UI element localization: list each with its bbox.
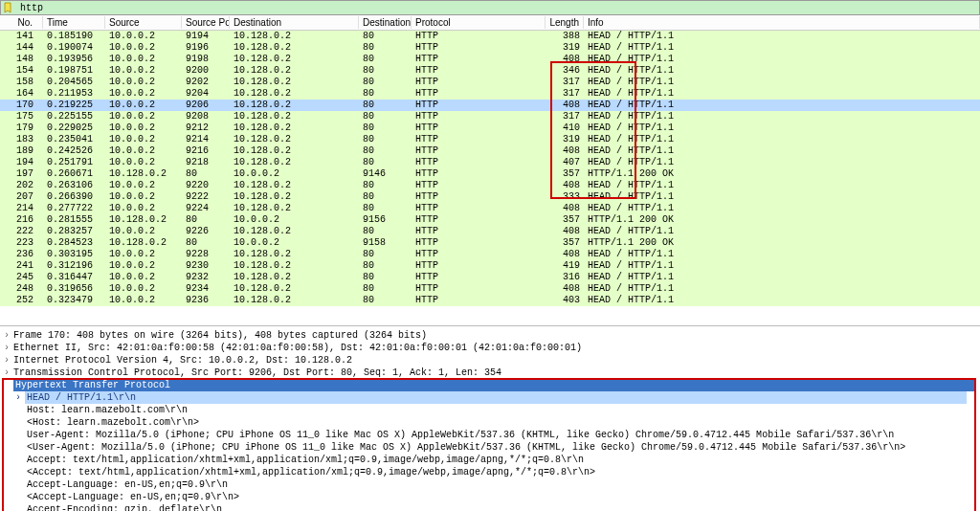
packet-row[interactable]: 1750.22515510.0.0.2920810.128.0.280HTTP3… — [0, 111, 980, 122]
tree-request-line[interactable]: ›HEAD / HTTP/1.1\r\n — [4, 391, 976, 404]
tree-ip[interactable]: ›Internet Protocol Version 4, Src: 10.0.… — [4, 354, 976, 367]
tree-ua[interactable]: User-Agent: Mozilla/5.0 (iPhone; CPU iPh… — [4, 429, 976, 441]
cell-time: 0.281555 — [43, 214, 105, 226]
cell-dst: 10.128.0.2 — [230, 249, 359, 260]
tree-host[interactable]: Host: learn.mazebolt.com\r\n — [4, 404, 976, 416]
packet-row[interactable]: 2020.26310610.0.0.2922010.128.0.280HTTP4… — [0, 180, 980, 191]
cell-dport: 80 — [359, 54, 412, 65]
cell-src: 10.0.0.2 — [105, 31, 182, 42]
cell-time: 0.283257 — [43, 226, 105, 237]
cell-len: 408 — [546, 249, 584, 260]
cell-info: HEAD / HTTP/1.1 — [584, 145, 980, 157]
packet-row[interactable]: 1970.26067110.128.0.28010.0.0.29146HTTP3… — [0, 168, 980, 180]
cell-src: 10.0.0.2 — [105, 226, 182, 237]
cell-dport: 9156 — [359, 214, 412, 226]
packet-row[interactable]: 1410.18519010.0.0.2919410.128.0.280HTTP3… — [0, 31, 980, 42]
cell-dst: 10.128.0.2 — [230, 111, 359, 122]
packet-row[interactable]: 2480.31965610.0.0.2923410.128.0.280HTTP4… — [0, 283, 980, 295]
cell-dport: 80 — [359, 77, 412, 88]
cell-proto: HTTP — [412, 180, 546, 191]
packet-row[interactable]: 1480.19395610.0.0.2919810.128.0.280HTTP4… — [0, 54, 980, 65]
cell-len: 357 — [546, 168, 584, 180]
packet-row[interactable]: 1440.19007410.0.0.2919610.128.0.280HTTP3… — [0, 42, 980, 54]
cell-src: 10.0.0.2 — [105, 260, 182, 272]
packet-row[interactable]: 2520.32347910.0.0.2923610.128.0.280HTTP4… — [0, 295, 980, 306]
packet-row[interactable]: 2450.31644710.0.0.2923210.128.0.280HTTP3… — [0, 272, 980, 283]
col-no[interactable]: No. — [0, 16, 43, 29]
cell-len: 407 — [546, 157, 584, 168]
display-filter-input[interactable] — [18, 2, 977, 14]
cell-proto: HTTP — [412, 100, 546, 111]
packet-row[interactable]: 1940.25179110.0.0.2921810.128.0.280HTTP4… — [0, 157, 980, 168]
cell-time: 0.235041 — [43, 134, 105, 145]
col-sport[interactable]: Source Port — [182, 16, 230, 29]
packet-row[interactable]: 2410.31219610.0.0.2923010.128.0.280HTTP4… — [0, 260, 980, 272]
cell-proto: HTTP — [412, 31, 546, 42]
cell-no: 189 — [0, 145, 43, 157]
col-source[interactable]: Source — [105, 16, 182, 29]
cell-dst: 10.128.0.2 — [230, 203, 359, 214]
col-dport[interactable]: Destination Port — [359, 16, 412, 29]
col-time[interactable]: Time — [43, 16, 105, 29]
cell-dport: 80 — [359, 180, 412, 191]
tree-accept[interactable]: Accept: text/html,application/xhtml+xml,… — [4, 454, 976, 466]
cell-sport: 9214 — [182, 134, 230, 145]
cell-src: 10.0.0.2 — [105, 145, 182, 157]
display-filter-bar[interactable] — [0, 0, 980, 15]
cell-no: 170 — [0, 100, 43, 111]
cell-no: 216 — [0, 214, 43, 226]
col-len[interactable]: Length — [546, 16, 584, 29]
col-dest[interactable]: Destination — [230, 16, 359, 29]
packet-row[interactable]: 1890.24252610.0.0.2921610.128.0.280HTTP4… — [0, 145, 980, 157]
cell-sport: 9236 — [182, 295, 230, 306]
cell-dport: 9158 — [359, 237, 412, 249]
packet-list-header[interactable]: No. Time Source Source Port Destination … — [0, 15, 980, 31]
cell-dst: 10.128.0.2 — [230, 295, 359, 306]
cell-info: HTTP/1.1 200 OK — [584, 214, 980, 226]
cell-proto: HTTP — [412, 237, 546, 249]
tree-accept-enc[interactable]: Accept-Encoding: gzip, deflate\r\n — [4, 503, 976, 511]
packet-row[interactable]: 1790.22902510.0.0.2921210.128.0.280HTTP4… — [0, 122, 980, 134]
tree-http[interactable]: ⌄Hypertext Transfer Protocol — [4, 379, 976, 391]
col-info[interactable]: Info — [584, 16, 980, 29]
cell-src: 10.0.0.2 — [105, 54, 182, 65]
packet-row[interactable]: 1540.19875110.0.0.2920010.128.0.280HTTP3… — [0, 65, 980, 77]
packet-row[interactable]: 1640.21195310.0.0.2920410.128.0.280HTTP3… — [0, 88, 980, 100]
cell-info: HEAD / HTTP/1.1 — [584, 226, 980, 237]
packet-row[interactable]: 2360.30319510.0.0.2922810.128.0.280HTTP4… — [0, 249, 980, 260]
cell-dport: 80 — [359, 31, 412, 42]
cell-proto: HTTP — [412, 65, 546, 77]
packet-row[interactable]: 2160.28155510.128.0.28010.0.0.29156HTTP3… — [0, 214, 980, 226]
packet-row[interactable]: 1700.21922510.0.0.2920610.128.0.280HTTP4… — [0, 100, 980, 111]
cell-dport: 80 — [359, 145, 412, 157]
tree-accept-lang[interactable]: Accept-Language: en-US,en;q=0.9\r\n — [4, 478, 976, 491]
packet-row[interactable]: 2230.28452310.128.0.28010.0.0.29158HTTP3… — [0, 237, 980, 249]
packet-row[interactable]: 1830.23504110.0.0.2921410.128.0.280HTTP3… — [0, 134, 980, 145]
packet-details-pane[interactable]: ›Frame 170: 408 bytes on wire (3264 bits… — [0, 327, 980, 511]
packet-row[interactable]: 2140.27772210.0.0.2922410.128.0.280HTTP4… — [0, 203, 980, 214]
cell-info: HEAD / HTTP/1.1 — [584, 249, 980, 260]
packet-list[interactable]: 1410.18519010.0.0.2919410.128.0.280HTTP3… — [0, 31, 980, 325]
cell-proto: HTTP — [412, 295, 546, 306]
cell-len: 357 — [546, 237, 584, 249]
cell-info: HEAD / HTTP/1.1 — [584, 203, 980, 214]
cell-proto: HTTP — [412, 88, 546, 100]
cell-src: 10.0.0.2 — [105, 88, 182, 100]
cell-dst: 10.128.0.2 — [230, 65, 359, 77]
cell-len: 408 — [546, 100, 584, 111]
col-proto[interactable]: Protocol — [412, 16, 546, 29]
cell-time: 0.277722 — [43, 203, 105, 214]
cell-no: 236 — [0, 249, 43, 260]
packet-row[interactable]: 1580.20456510.0.0.2920210.128.0.280HTTP3… — [0, 77, 980, 88]
cell-src: 10.128.0.2 — [105, 214, 182, 226]
tree-tcp[interactable]: ›Transmission Control Protocol, Src Port… — [4, 367, 976, 379]
cell-info: HEAD / HTTP/1.1 — [584, 77, 980, 88]
cell-proto: HTTP — [412, 42, 546, 54]
packet-row[interactable]: 2220.28325710.0.0.2922610.128.0.280HTTP4… — [0, 226, 980, 237]
cell-no: 245 — [0, 272, 43, 283]
tree-eth[interactable]: ›Ethernet II, Src: 42:01:0a:f0:00:58 (42… — [4, 342, 976, 354]
cell-src: 10.0.0.2 — [105, 249, 182, 260]
tree-frame[interactable]: ›Frame 170: 408 bytes on wire (3264 bits… — [4, 329, 976, 342]
packet-row[interactable]: 2070.26639010.0.0.2922210.128.0.280HTTP3… — [0, 191, 980, 203]
cell-dst: 10.128.0.2 — [230, 88, 359, 100]
